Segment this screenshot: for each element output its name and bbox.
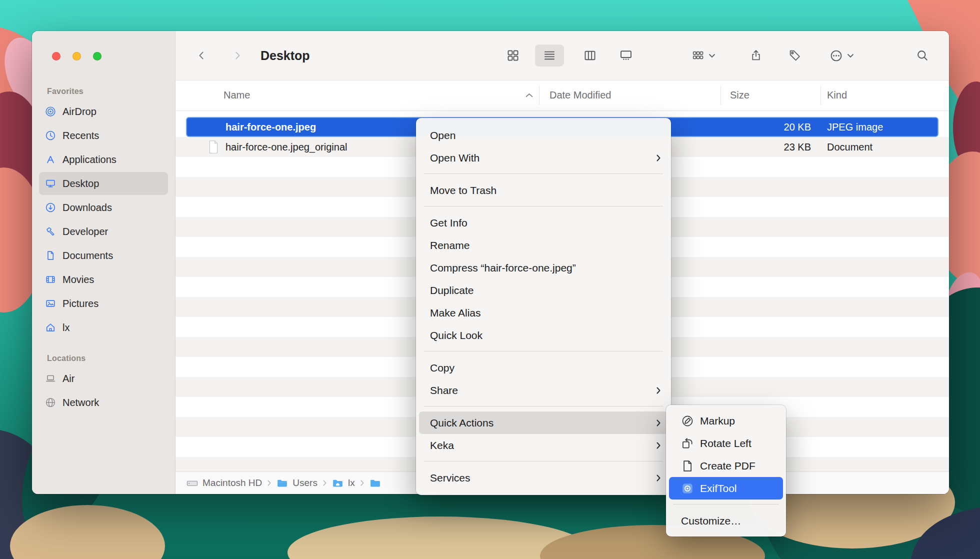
menu-separator [424, 206, 663, 206]
gallery-view-button[interactable] [612, 44, 640, 66]
column-divider[interactable] [539, 86, 540, 105]
sidebar-item-label: lx [62, 322, 70, 334]
file-size: 20 KB [784, 117, 811, 137]
sidebar-item-movies[interactable]: Movies [39, 268, 168, 291]
group-by-icon [692, 49, 704, 62]
menu-item-label: Open [430, 130, 456, 142]
menu-item-label: Keka [430, 440, 454, 452]
menu-item-rename[interactable]: Rename [416, 234, 671, 256]
menu-item-label: Get Info [430, 217, 468, 229]
column-header-kind[interactable]: Kind [827, 80, 847, 110]
list-view-button[interactable] [535, 44, 564, 66]
search-icon [916, 49, 929, 62]
laptop-icon [45, 373, 56, 384]
submenu-item-label: Rotate Left [700, 438, 752, 450]
back-button[interactable] [190, 31, 212, 80]
submenu-item-create-pdf[interactable]: Create PDF [666, 454, 786, 477]
menu-item-label: Services [430, 472, 470, 484]
minimize-button[interactable] [72, 52, 81, 60]
menu-separator [424, 406, 663, 406]
sidebar-item-desktop[interactable]: Desktop [39, 172, 168, 195]
submenu-item-label: Markup [700, 415, 735, 427]
globe-icon [45, 397, 56, 408]
menu-item-get-info[interactable]: Get Info [416, 212, 671, 234]
chevron-right-icon [360, 480, 364, 486]
forward-button[interactable] [226, 31, 248, 80]
sidebar-item-downloads[interactable]: Downloads [39, 196, 168, 219]
menu-item-keka[interactable]: Keka [416, 434, 671, 456]
submenu-chevron-icon [656, 154, 661, 162]
more-circle-icon [830, 49, 843, 62]
chevron-down-icon [847, 54, 854, 58]
tag-button[interactable] [782, 44, 808, 66]
submenu-item-customize[interactable]: Customize… [666, 510, 786, 532]
submenu-item-exiftool[interactable]: ExifTool [669, 477, 783, 500]
menu-item-quick-look[interactable]: Quick Look [416, 324, 671, 346]
exiftool-icon [681, 482, 694, 495]
menu-item-duplicate[interactable]: Duplicate [416, 279, 671, 302]
path-item-folder[interactable] [370, 478, 386, 489]
menu-item-share[interactable]: Share [416, 379, 671, 402]
submenu-item-label: Create PDF [700, 460, 756, 472]
column-header-name[interactable]: Name [224, 80, 250, 110]
home-icon [45, 322, 56, 333]
context-menu: Open Open With Move to Trash Get Info Re… [416, 118, 671, 495]
path-item-lx[interactable]: lx [332, 478, 355, 489]
path-label: Users [292, 478, 318, 488]
sidebar-item-network[interactable]: Network [39, 391, 168, 414]
sidebar-item-label: Network [62, 397, 99, 408]
column-header-date-modified[interactable]: Date Modified [550, 80, 611, 110]
folder-icon [276, 478, 288, 489]
sort-ascending-icon [526, 93, 533, 98]
document-file-icon [208, 140, 220, 154]
share-button[interactable] [742, 44, 770, 66]
close-button[interactable] [52, 52, 60, 60]
chevron-down-icon [708, 54, 716, 58]
menu-item-compress[interactable]: Compress “hair-force-one.jpeg” [416, 256, 671, 279]
share-icon [750, 48, 762, 62]
file-kind: JPEG image [827, 117, 883, 137]
more-actions-button[interactable] [820, 44, 862, 66]
menu-item-open-with[interactable]: Open With [416, 146, 671, 169]
menu-item-label: Make Alias [430, 307, 481, 319]
sidebar-item-applications[interactable]: Applications [39, 148, 168, 171]
chevron-left-icon [196, 48, 207, 62]
sidebar-item-airdrop[interactable]: AirDrop [39, 100, 168, 123]
sidebar-item-developer[interactable]: Developer [39, 220, 168, 243]
file-size: 23 KB [784, 137, 811, 157]
airdrop-icon [45, 106, 56, 117]
path-item-macintosh-hd[interactable]: Macintosh HD [186, 478, 262, 489]
sidebar-item-label: Downloads [62, 202, 112, 214]
submenu-item-markup[interactable]: Markup [666, 410, 786, 432]
menu-item-copy[interactable]: Copy [416, 356, 671, 379]
menu-item-services[interactable]: Services [416, 466, 671, 489]
menu-item-make-alias[interactable]: Make Alias [416, 302, 671, 324]
column-view-button[interactable] [576, 44, 604, 66]
window-title: Desktop [260, 31, 310, 80]
sidebar-item-lx-home[interactable]: lx [39, 316, 168, 339]
sidebar-item-documents[interactable]: Documents [39, 244, 168, 267]
path-item-users[interactable]: Users [276, 478, 318, 489]
sidebar-item-label: Developer [62, 226, 108, 238]
hammer-icon [45, 226, 56, 237]
column-divider[interactable] [820, 86, 821, 105]
sidebar-item-recents[interactable]: Recents [39, 124, 168, 147]
hard-drive-icon [186, 478, 198, 489]
column-divider[interactable] [720, 86, 721, 105]
sidebar-item-label: Pictures [62, 298, 98, 310]
search-button[interactable] [908, 44, 936, 66]
group-by-button[interactable] [682, 44, 724, 66]
menu-item-move-to-trash[interactable]: Move to Trash [416, 179, 671, 202]
applications-icon [45, 154, 56, 165]
submenu-item-rotate-left[interactable]: Rotate Left [666, 432, 786, 454]
column-header-size[interactable]: Size [730, 80, 750, 110]
zoom-button[interactable] [93, 52, 102, 60]
menu-item-open[interactable]: Open [416, 124, 671, 146]
tag-icon [788, 49, 802, 62]
column-view-icon [584, 49, 596, 62]
sidebar-item-air[interactable]: Air [39, 367, 168, 390]
menu-item-quick-actions[interactable]: Quick Actions [419, 412, 668, 434]
sidebar-item-pictures[interactable]: Pictures [39, 292, 168, 315]
sidebar-item-label: Desktop [62, 178, 99, 190]
icon-view-button[interactable] [498, 44, 528, 66]
